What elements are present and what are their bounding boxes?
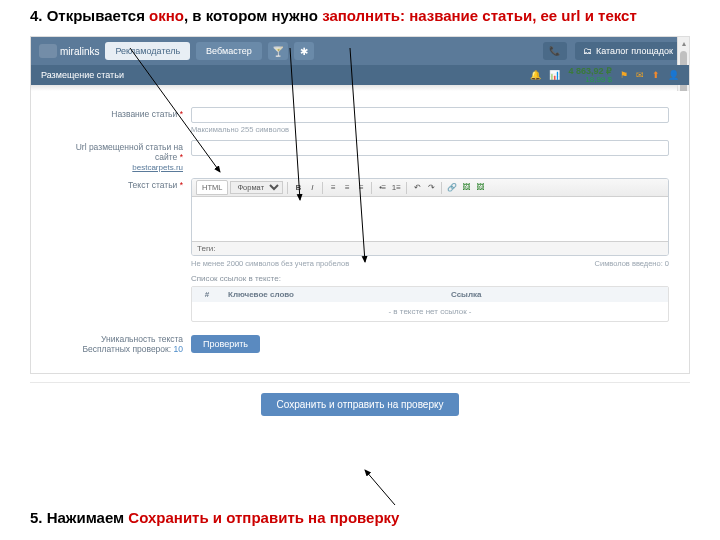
user-icon[interactable]: 👤 [668,70,679,80]
catalog-button[interactable]: 🗂 Каталог площадок [575,42,681,60]
title-hint: Максимально 255 символов [191,125,669,134]
submit-button[interactable]: Сохранить и отправить на проверку [261,393,460,416]
rich-text-editor: HTML Формат B I ≡ ≡ ≡ ⦁≡ 1≡ ↶ [191,178,669,256]
url-input[interactable] [191,140,669,156]
check-button[interactable]: Проверить [191,335,260,353]
image-icon[interactable]: 🖼 [460,182,472,194]
logo-text: miralinks [60,46,99,57]
logo[interactable]: miralinks [39,44,99,58]
balance: 4 863,92 ₽ 18,99 $ [568,67,612,84]
title-label: Название статьи * [71,107,191,119]
list-ul-icon[interactable]: ⦁≡ [376,182,388,194]
sub-header: Размещение статьи 🔔 📊 4 863,92 ₽ 18,99 $… [31,65,689,85]
logo-icon [39,44,57,58]
image2-icon[interactable]: 🖼 [474,182,486,194]
links-col-keyword: Ключевое слово [222,287,445,302]
app-screenshot: ▴ ▾ miralinks Рекламодатель Вебмастер 🍸 … [30,36,690,373]
cocktail-icon[interactable]: 🍸 [268,42,288,60]
nav-advertiser[interactable]: Рекламодатель [105,42,190,60]
title-input[interactable] [191,107,669,123]
editor-html-tab[interactable]: HTML [196,180,228,195]
text-label: Текст статьи * [71,178,191,190]
links-col-num: # [192,287,222,302]
page-breadcrumb: Размещение статьи [41,70,124,80]
editor-tags: Теги: [192,241,668,255]
form-area: Название статьи * Максимально 255 символ… [31,91,689,372]
catalog-label: Каталог площадок [596,46,673,56]
balance-usd: 18,99 $ [568,76,612,84]
links-table: # Ключевое слово Ссылка - в тексте нет с… [191,286,669,322]
mail-icon[interactable]: ✉ [636,70,644,80]
app-header: miralinks Рекламодатель Вебмастер 🍸 ✱ 📞 … [31,37,689,65]
divider [30,382,690,383]
chart-icon[interactable]: 📊 [549,70,560,80]
char-count: Символов введено: 0 [595,259,669,268]
link-icon[interactable]: 🔗 [446,182,458,194]
scroll-up-arrow[interactable]: ▴ [678,37,689,49]
bell-icon[interactable]: 🔔 [530,70,541,80]
links-col-url: Ссылка [445,287,668,302]
editor-body[interactable] [192,197,668,241]
url-label: Url размещенной статьи на сайте * bestca… [71,140,191,172]
editor-format-select[interactable]: Формат [230,181,283,194]
nav-webmaster[interactable]: Вебмастер [196,42,262,60]
url-site-link[interactable]: bestcarpets.ru [71,163,183,173]
instruction-step-4: 4. Открывается окно, в котором нужно зап… [0,0,720,32]
list-ol-icon[interactable]: 1≡ [390,182,402,194]
undo-icon[interactable]: ↶ [411,182,423,194]
bold-icon[interactable]: B [292,182,304,194]
align-left-icon[interactable]: ≡ [327,182,339,194]
gear-icon[interactable]: ✱ [294,42,314,60]
instruction-step-5: 5. Нажимаем Сохранить и отправить на про… [30,509,399,526]
align-right-icon[interactable]: ≡ [355,182,367,194]
flag-icon[interactable]: ⚑ [620,70,628,80]
editor-toolbar: HTML Формат B I ≡ ≡ ≡ ⦁≡ 1≡ ↶ [192,179,668,197]
svg-line-3 [365,470,395,505]
redo-icon[interactable]: ↷ [425,182,437,194]
links-title: Список ссылок в тексте: [191,274,669,283]
italic-icon[interactable]: I [306,182,318,194]
min-chars-hint: Не менее 2000 символов без учета пробело… [191,259,349,268]
align-center-icon[interactable]: ≡ [341,182,353,194]
phone-icon[interactable]: 📞 [543,42,567,60]
uniqueness-label: Уникальность текста Бесплатных проверок:… [71,334,191,354]
links-empty: - в тексте нет ссылок - [192,302,668,321]
export-icon[interactable]: ⬆ [652,70,660,80]
folder-icon: 🗂 [583,46,592,56]
